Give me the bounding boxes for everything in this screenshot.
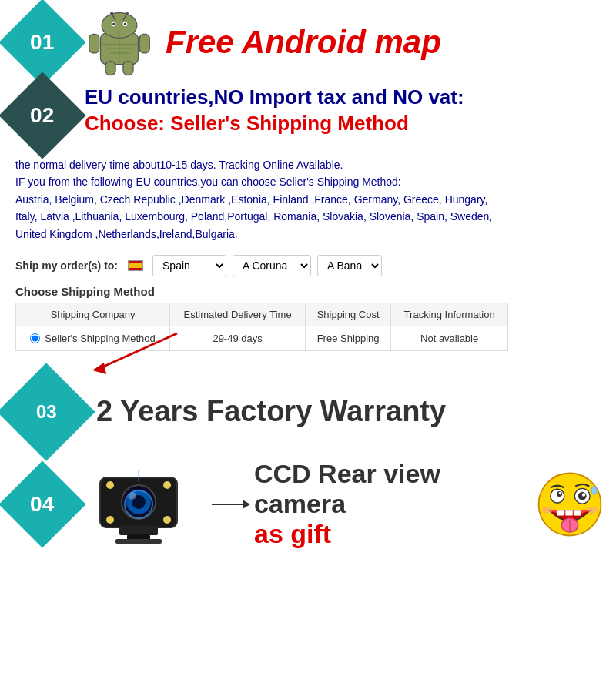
eu-desc-line3: Austria, Belgium, Czech Republic ,Denmar… [15,191,601,208]
col-header-delivery: Estimated Delivery Time [170,303,306,326]
svg-point-27 [163,516,171,524]
svg-point-5 [124,23,126,25]
svg-point-43 [582,493,586,497]
section-02-title-line1: EU countries,NO Import tax and NO vat: [85,85,604,111]
section-01-title: Free Android map [166,24,441,61]
badge-01-number: 01 [30,30,54,55]
page-wrapper: 01 [0,0,616,570]
svg-point-4 [112,23,115,25]
section-04-gift-title: as gift [254,519,527,549]
svg-rect-11 [139,34,149,53]
ship-order-row: Ship my order(s) to: Spain France German… [8,250,608,281]
badge-03: 03 [0,363,95,460]
camera-image [89,454,189,554]
svg-rect-47 [566,510,573,515]
flag-spain-icon [128,260,143,271]
section-03-title: 2 Years Factory Warranty [96,395,446,428]
section-02-text: EU countries,NO Import tax and NO vat: C… [85,85,604,137]
eu-desc-line1: the normal delivery time about10-15 days… [15,156,601,173]
svg-point-49 [542,507,553,514]
city2-select[interactable]: A Bana A Baña [317,255,382,276]
badge-03-number: 03 [36,401,57,423]
smiley-face-icon [535,470,604,539]
section-04: 04 [8,454,608,554]
eu-description: the normal delivery time about10-15 days… [8,152,608,250]
city1-select[interactable]: A Coruna Barcelona Madrid [233,255,311,276]
company-cell: Seller's Shipping Method [16,326,170,350]
section-02: 02 EU countries,NO Import tax and NO vat… [8,85,608,146]
svg-point-50 [587,507,598,514]
shipping-table: Shipping Company Estimated Delivery Time… [15,303,508,351]
badge-04: 04 [0,460,86,547]
svg-point-40 [559,492,562,495]
svg-rect-31 [116,539,162,544]
eu-desc-line2: IF you from the following EU countries,y… [15,173,601,190]
shipping-method-section: Choose Shipping Method Shipping Company … [8,281,608,366]
section-04-main-title: CCD Rear view camera [254,459,527,519]
eu-desc-line5: United Kingdom ,Netherlands,Ireland,Bulg… [15,226,601,243]
company-radio-cell: Seller's Shipping Method [24,333,162,344]
badge-02-number: 02 [30,103,54,128]
svg-point-8 [110,12,113,15]
android-icon [85,8,154,77]
cost-cell: Free Shipping [306,326,391,350]
svg-marker-35 [243,500,250,509]
badge-04-number: 04 [30,492,54,517]
svg-marker-19 [92,363,106,374]
shipping-radio[interactable] [30,333,40,343]
col-header-company: Shipping Company [16,303,170,326]
badge-02: 02 [0,72,86,159]
col-header-tracking: Tracking Information [391,303,508,326]
svg-point-26 [106,516,114,524]
col-header-cost: Shipping Cost [306,303,391,326]
svg-rect-13 [123,62,133,75]
svg-point-42 [578,492,587,500]
table-header-row: Shipping Company Estimated Delivery Time… [16,303,508,326]
tracking-cell: Not available [391,326,508,350]
svg-point-24 [106,481,114,489]
delivery-time-cell: 29-49 days [170,326,306,350]
svg-point-51 [591,487,597,495]
camera-arrow-icon [204,481,250,527]
section-02-title-line2: Choose: Seller's Shipping Method [85,111,604,137]
table-container: Shipping Company Estimated Delivery Time… [15,303,601,351]
svg-rect-46 [557,510,564,515]
svg-rect-10 [89,34,99,53]
svg-point-9 [126,12,129,15]
svg-rect-12 [105,62,116,75]
svg-rect-48 [574,510,581,515]
ship-order-label: Ship my order(s) to: [15,259,118,272]
eu-desc-line4: Italy, Latvia ,Lithuania, Luxembourg, Po… [15,208,601,225]
country-select[interactable]: Spain France Germany [152,255,226,276]
svg-rect-29 [119,526,158,535]
shipping-method-title: Choose Shipping Method [15,285,601,298]
company-name: Seller's Shipping Method [45,333,155,344]
section-03: 03 2 Years Factory Warranty [8,377,608,447]
section-01: 01 [8,8,608,77]
section-04-title: CCD Rear view camera as gift [254,459,527,549]
svg-point-25 [163,481,171,489]
table-row: Seller's Shipping Method 29-49 days Free… [16,326,508,350]
